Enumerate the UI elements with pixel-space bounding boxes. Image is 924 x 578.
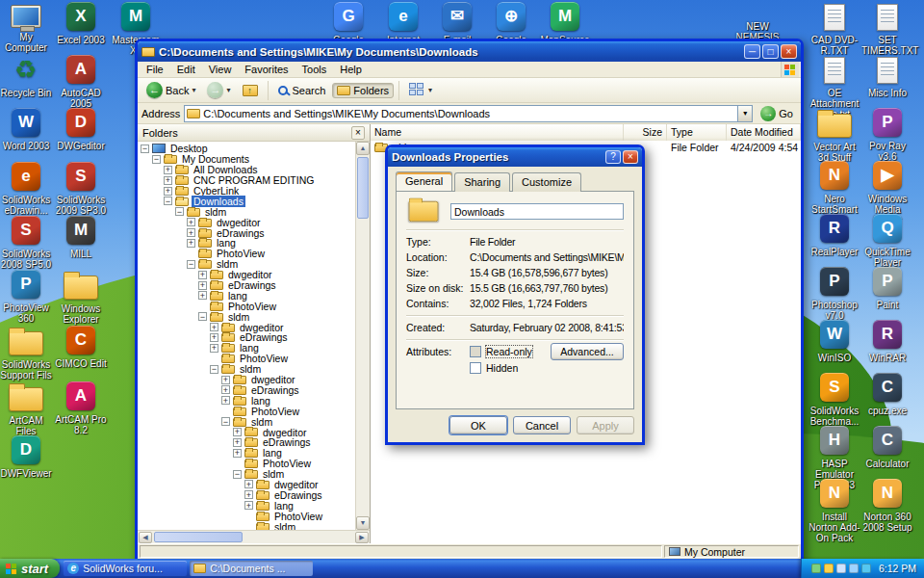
tree-expander[interactable]: + <box>233 438 242 447</box>
desktop-icon-paint[interactable]: PPaint <box>861 267 913 310</box>
desktop-icon-excel-2003[interactable]: XExcel 2003 <box>55 2 107 45</box>
tree-item-lang[interactable]: +lang <box>138 395 355 406</box>
tree-expander[interactable]: + <box>198 281 207 290</box>
tree-expander[interactable]: − <box>233 470 242 479</box>
volume-icon[interactable] <box>836 564 846 573</box>
start-button[interactable]: start <box>0 559 60 578</box>
tree-item-edrawings[interactable]: +eDrawings <box>138 437 355 448</box>
tree-expander[interactable]: − <box>175 207 184 216</box>
tree-item-photoview[interactable]: PhotoView <box>138 354 355 364</box>
tree-expander[interactable]: + <box>244 480 253 488</box>
tree-item-edrawings[interactable]: +eDrawings <box>138 489 355 500</box>
tree-expander[interactable]: + <box>233 428 242 436</box>
desktop-icon-photoview-360[interactable]: PPhotoView 360 <box>0 270 52 324</box>
minimize-button[interactable]: ─ <box>744 44 760 59</box>
tree-expander[interactable]: − <box>141 144 149 153</box>
tab-customize[interactable]: Customize <box>512 172 581 192</box>
tree-expander[interactable]: − <box>187 260 195 269</box>
tree-item-photoview[interactable]: PhotoView <box>138 249 355 259</box>
tab-sharing[interactable]: Sharing <box>454 172 510 192</box>
tree-item-sldm[interactable]: −sldm <box>138 416 355 427</box>
network-icon[interactable] <box>849 564 859 573</box>
desktop-icon-vector-art-3d-stuff[interactable]: Vector Art 3d Stuff <box>808 108 860 163</box>
tree-expander[interactable]: + <box>210 344 218 353</box>
tree-item-edrawings[interactable]: +eDrawings <box>138 227 355 238</box>
dialog-close-button[interactable]: × <box>623 150 638 164</box>
desktop-icon-nero-startsmart[interactable]: NNero StartSmart <box>808 161 860 215</box>
tree-item-dwgeditor[interactable]: +dwgeditor <box>138 322 355 332</box>
taskbar-task-solidworks-foru[interactable]: eSolidWorks foru... <box>64 561 187 576</box>
desktop-icon-artcam-pro-8-2[interactable]: AArtCAM Pro 8.2 <box>55 381 107 435</box>
tree-item-cnc-program-editing[interactable]: +CNC PROGRAM EDITING <box>138 175 355 186</box>
desktop-icon-realplayer[interactable]: RRealPlayer <box>808 214 860 257</box>
menu-favorites[interactable]: Favorites <box>238 63 295 76</box>
tree-item-edrawings[interactable]: +eDrawings <box>138 384 355 395</box>
desktop-icon-dwgeditor[interactable]: DDWGeditor <box>55 108 107 151</box>
desktop-icon-misc-info[interactable]: Misc Info <box>861 55 913 98</box>
desktop-icon-quicktime-player[interactable]: QQuickTime Player <box>861 214 913 268</box>
up-button[interactable]: ↑ <box>238 83 263 98</box>
scroll-track[interactable] <box>356 221 370 516</box>
tree-expander[interactable]: + <box>198 291 207 300</box>
tree-item-dwgeditor[interactable]: +dwgeditor <box>138 427 355 437</box>
folder-name-input[interactable] <box>450 203 624 220</box>
desktop-icon-my-computer[interactable]: My Computer <box>0 2 52 53</box>
desktop-icon-winiso[interactable]: WWinISO <box>808 320 860 363</box>
tree-item-sldm[interactable]: −sldm <box>138 259 355 270</box>
scroll-up-arrow[interactable]: ▲ <box>356 142 370 155</box>
menu-file[interactable]: File <box>140 63 170 76</box>
scroll-down-arrow[interactable]: ▼ <box>356 516 370 530</box>
desktop-icon-cpuz-exe[interactable]: Ccpuz.exe <box>861 373 913 416</box>
column-header-date-modified[interactable]: Date Modified <box>727 124 801 141</box>
tree-expander[interactable]: + <box>210 333 218 342</box>
tree-item-lang[interactable]: +lang <box>138 500 355 511</box>
desktop-icon-recycle-bin[interactable]: ♻Recycle Bin <box>0 55 52 98</box>
desktop-icon-artcam-files[interactable]: ArtCAM Files <box>0 381 52 436</box>
tree-expander[interactable]: + <box>187 239 195 248</box>
scroll-right-arrow[interactable]: ▶ <box>355 532 369 543</box>
tab-general[interactable]: General <box>396 171 452 191</box>
tree-item-lang[interactable]: +lang <box>138 290 355 301</box>
desktop-icon-calculator[interactable]: CCalculator <box>861 426 913 469</box>
tree-expander[interactable]: − <box>221 417 230 426</box>
apply-button[interactable]: Apply <box>577 416 634 434</box>
tree-expander[interactable]: + <box>221 376 230 384</box>
tree-item-edrawings[interactable]: +eDrawings <box>138 332 355 343</box>
desktop-icon-photoshop-v7-0[interactable]: PPhotoshop v7.0 <box>808 267 860 321</box>
tree-expander[interactable]: + <box>233 449 242 458</box>
tree-item-photoview[interactable]: PhotoView <box>138 406 355 416</box>
scroll-left-arrow[interactable]: ◀ <box>139 532 152 543</box>
tree-item-dwgeditor[interactable]: +dwgeditor <box>138 270 355 280</box>
desktop-icon-cimco-edit[interactable]: CCIMCO Edit <box>55 326 107 369</box>
tree-item-sldm[interactable]: −sldm <box>138 206 355 217</box>
readonly-checkbox[interactable] <box>470 346 481 357</box>
desktop-icon-solidworks-2008-sp5-0[interactable]: SSolidWorks 2008 SP5.0 <box>0 216 52 270</box>
horizontal-scroll-thumb[interactable] <box>154 532 243 542</box>
desktop-icon-winrar[interactable]: RWinRAR <box>861 320 913 363</box>
antivirus-shield-icon[interactable] <box>811 564 821 573</box>
title-bar[interactable]: C:\Documents and Settings\MIKE\My Docume… <box>138 41 801 62</box>
forward-dropdown-icon[interactable]: ▾ <box>226 86 230 94</box>
cancel-button[interactable]: Cancel <box>513 416 571 434</box>
tree-expander[interactable]: + <box>244 501 253 510</box>
tree-expander[interactable]: − <box>210 365 218 374</box>
views-button[interactable]: ▾ <box>404 81 437 99</box>
menu-view[interactable]: View <box>202 63 239 76</box>
tree-item-lang[interactable]: +lang <box>138 343 355 354</box>
tree-expander[interactable]: + <box>164 176 172 185</box>
messenger-icon[interactable] <box>861 564 871 573</box>
menu-tools[interactable]: Tools <box>295 63 334 76</box>
tree-item-photoview[interactable]: PhotoView <box>138 511 355 521</box>
vertical-scroll-thumb[interactable] <box>357 157 369 219</box>
tree-item-photoview[interactable]: PhotoView <box>138 459 355 469</box>
tree-item-edrawings[interactable]: +eDrawings <box>138 280 355 291</box>
address-dropdown-button[interactable]: ▾ <box>737 106 752 121</box>
tree-item-sldm[interactable]: −sldm <box>138 364 355 375</box>
ok-button[interactable]: OK <box>449 416 507 434</box>
tree-item-sldm[interactable]: −sldm <box>138 311 355 322</box>
tree-item-lang[interactable]: +lang <box>138 448 355 459</box>
tree-item-sldm[interactable]: −sldm <box>138 469 355 480</box>
views-dropdown-icon[interactable]: ▾ <box>428 86 432 94</box>
desktop-icon-cad-dvd-r-txt[interactable]: CAD DVD-R.TXT <box>808 2 860 56</box>
desktop-icon-solidworks-support-fils[interactable]: SolidWorks Support Fils <box>0 326 52 381</box>
